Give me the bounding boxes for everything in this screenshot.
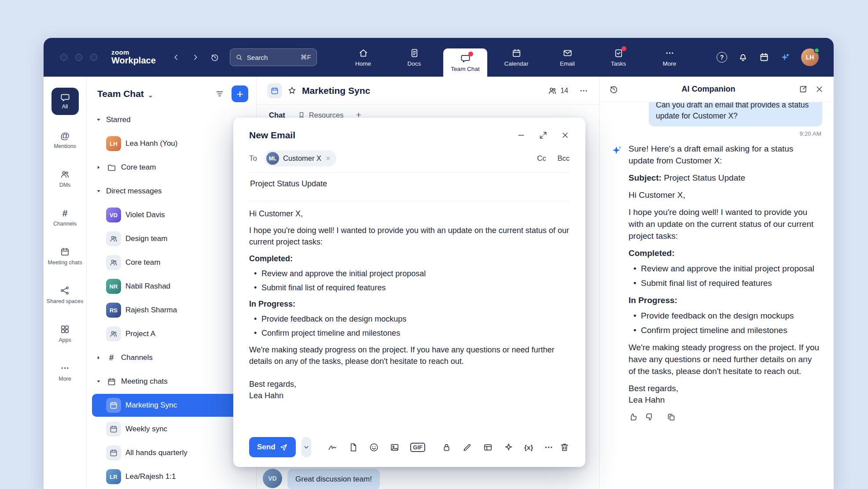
edit-pencil-icon[interactable] — [462, 442, 472, 452]
template-icon[interactable] — [483, 442, 493, 452]
caret-right-icon[interactable] — [96, 355, 102, 360]
minimize-window-button[interactable] — [75, 54, 82, 61]
rail-item-shared-spaces[interactable]: Shared spaces — [45, 276, 85, 315]
member-count: 14 — [560, 87, 568, 95]
sidebar-item-rajesh-sharma[interactable]: RS Rajesh Sharma — [92, 299, 251, 322]
help-icon[interactable]: ? — [717, 52, 727, 63]
sidebar-title[interactable]: Team Chat — [97, 89, 144, 99]
sidebar-group-direct-messages[interactable]: Direct messages — [92, 180, 251, 203]
email-intro: I hope you're doing well! I wanted to pr… — [249, 225, 570, 248]
caret-down-icon[interactable] — [96, 189, 102, 194]
close-icon[interactable] — [815, 85, 824, 94]
members-button[interactable]: 14 — [548, 86, 568, 96]
maximize-window-button[interactable] — [90, 54, 97, 61]
expand-icon[interactable] — [539, 131, 548, 140]
sidebar-item-design-team[interactable]: Design team — [92, 227, 251, 250]
sidebar-item-lea-hanh[interactable]: LH Lea Hanh (You) — [92, 132, 251, 155]
user-prompt-bubble: Can you draft an email that provides a s… — [649, 102, 822, 126]
nav-calendar[interactable]: Calendar — [494, 38, 538, 77]
rail-item-more[interactable]: More — [45, 353, 85, 392]
nav-docs[interactable]: Docs — [392, 38, 436, 77]
history-icon[interactable] — [609, 85, 618, 94]
email-body-editor[interactable]: Hi Customer X, I hope you're doing well!… — [249, 201, 570, 432]
sidebar-item-core-team[interactable]: Core team — [92, 251, 251, 274]
cc-button[interactable]: Cc — [537, 154, 546, 163]
emoji-icon[interactable] — [369, 442, 379, 452]
close-window-button[interactable] — [60, 54, 67, 61]
rail-item-all[interactable]: All — [45, 82, 85, 121]
send-options-button[interactable] — [302, 437, 312, 457]
signature-icon[interactable] — [327, 442, 338, 452]
chevron-down-icon[interactable]: ⌄ — [147, 90, 154, 100]
history-icon[interactable] — [210, 53, 219, 62]
sidebar-item-weekly-sync[interactable]: Weekly sync — [92, 418, 251, 441]
ai-subject-line: Subject: Project Status Update — [629, 172, 820, 184]
sidebar-item-lea-rajesh[interactable]: LR Lea/Rajesh 1:1 — [92, 465, 251, 488]
copy-icon[interactable] — [666, 412, 676, 422]
caret-down-icon[interactable] — [96, 379, 102, 384]
variables-icon[interactable]: {x} — [524, 444, 533, 451]
subject-field[interactable]: Project Status Update — [249, 173, 570, 195]
email-closing: We're making steady progress on the proj… — [249, 345, 570, 367]
caret-right-icon[interactable] — [96, 165, 102, 170]
open-in-new-icon[interactable] — [798, 85, 808, 94]
ai-sparkle-icon[interactable] — [504, 442, 514, 452]
forward-icon[interactable] — [191, 53, 200, 62]
remove-recipient-icon[interactable] — [325, 156, 331, 161]
mini-calendar-icon[interactable] — [759, 52, 769, 63]
search-input[interactable]: Search ⌘F — [230, 48, 317, 66]
star-icon[interactable] — [287, 86, 297, 95]
notifications-bell-icon[interactable] — [738, 52, 748, 63]
ai-conversation[interactable]: Can you draft an email that provides a s… — [600, 102, 834, 489]
rail-item-mentions[interactable]: @ Mentions — [45, 121, 85, 159]
ai-body-intro: I hope you're doing well! I wanted to pr… — [629, 207, 820, 242]
more-options-icon[interactable] — [544, 442, 554, 452]
minimize-icon[interactable] — [517, 131, 526, 140]
user-avatar[interactable]: LH — [801, 48, 819, 66]
list-item: Submit final list of required features — [252, 282, 570, 294]
thumbs-down-icon[interactable] — [645, 412, 654, 422]
list-item: Submit final list of required features — [631, 278, 820, 289]
email-inprogress-list: Provide feedback on the design mockups C… — [252, 314, 570, 339]
sidebar-item-violet-davis[interactable]: VD Violet Davis — [92, 204, 251, 226]
image-icon[interactable] — [390, 442, 400, 452]
recipient-chip[interactable]: ML Customer X — [264, 150, 336, 167]
to-field[interactable]: To ML Customer X Cc Bcc — [249, 150, 570, 167]
sidebar-group-channels[interactable]: # Channels — [92, 346, 251, 369]
rail-item-meeting-chats[interactable]: Meeting chats — [45, 237, 85, 276]
sidebar-item-project-a[interactable]: Project A — [92, 322, 251, 345]
sidebar-group-meeting-chats[interactable]: Meeting chats — [92, 370, 251, 393]
back-icon[interactable] — [172, 53, 180, 62]
filter-icon[interactable] — [215, 89, 224, 99]
nav-more[interactable]: More — [647, 38, 691, 77]
nav-team-chat[interactable]: Team Chat — [443, 48, 487, 77]
nav-home[interactable]: Home — [341, 38, 385, 77]
rail-item-channels[interactable]: # Channels — [45, 198, 85, 237]
sidebar-group-starred[interactable]: Starred — [92, 108, 251, 131]
sidebar-folder-core-team[interactable]: Core team — [92, 156, 251, 179]
nav-tasks[interactable]: Tasks — [596, 38, 640, 77]
caret-down-icon[interactable] — [96, 117, 102, 122]
encrypt-lock-icon[interactable] — [441, 442, 452, 452]
calendar-icon — [60, 247, 70, 257]
sidebar-item-all-hands[interactable]: All hands quarterly — [92, 441, 251, 464]
send-button[interactable]: Send — [249, 437, 296, 457]
bcc-button[interactable]: Bcc — [557, 154, 570, 163]
new-chat-button[interactable]: + — [232, 85, 248, 102]
rail-item-dms[interactable]: DMs — [45, 159, 85, 198]
sidebar-item-nabil-rashad[interactable]: NR Nabil Rashad — [92, 275, 251, 298]
brand-workplace: Workplace — [111, 56, 156, 66]
sidebar-item-marketing-sync[interactable]: Marketing Sync — [92, 394, 251, 417]
channel-more-icon[interactable] — [579, 86, 588, 96]
rail-mentions-label: Mentions — [54, 143, 76, 149]
attach-file-icon[interactable] — [348, 442, 358, 452]
delete-draft-icon[interactable] — [559, 442, 570, 452]
presence-online-dot — [814, 48, 820, 53]
ai-companion-sparkle-icon[interactable] — [780, 52, 791, 63]
nav-email[interactable]: Email — [545, 38, 589, 77]
thumbs-up-icon[interactable] — [629, 412, 638, 422]
gif-icon[interactable]: GIF — [410, 443, 425, 452]
close-icon[interactable] — [561, 131, 570, 140]
nav-team-chat-label: Team Chat — [451, 66, 479, 72]
rail-item-apps[interactable]: Apps — [45, 315, 85, 353]
